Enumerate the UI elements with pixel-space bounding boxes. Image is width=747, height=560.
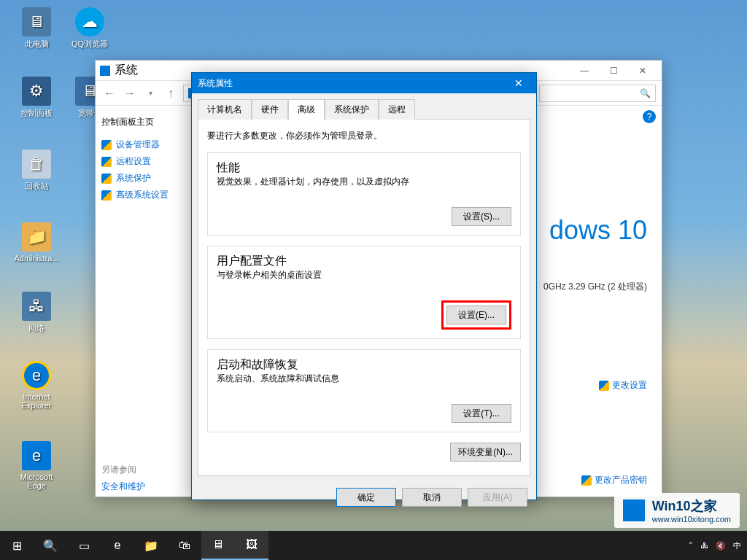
sidebar-link-advanced[interactable]: 高级系统设置: [101, 189, 185, 201]
shield-icon: [101, 190, 112, 201]
nav-up-button[interactable]: ↑: [163, 85, 179, 101]
desktop-icon-computer[interactable]: 🖥此电脑: [11, 7, 62, 50]
tab-hardware[interactable]: 硬件: [252, 99, 288, 120]
group-desc: 与登录帐户相关的桌面设置: [217, 269, 511, 281]
dialog-title: 系统属性: [198, 77, 233, 90]
desktop-icon-network[interactable]: 🖧网络: [11, 292, 62, 334]
icon-label: 网络: [28, 324, 44, 332]
tab-protection[interactable]: 系统保护: [325, 99, 379, 120]
taskbar-explorer[interactable]: 📁: [134, 531, 168, 560]
tab-remote[interactable]: 远程: [379, 99, 415, 120]
window-icon: [100, 66, 110, 76]
tab-advanced[interactable]: 高级: [288, 99, 325, 120]
icon-label: QQ浏览器: [71, 39, 108, 48]
startup-settings-button[interactable]: 设置(T)...: [452, 404, 511, 423]
shield-icon: [101, 157, 112, 167]
nav-back-button[interactable]: ←: [101, 85, 117, 101]
group-performance: 性能 视觉效果，处理器计划，内存使用，以及虚拟内存 设置(S)...: [207, 152, 521, 236]
user-icon: 📁: [22, 222, 51, 252]
sidebar-link-protection[interactable]: 系统保护: [101, 172, 185, 184]
shield-icon: [101, 140, 112, 150]
recycle-icon: 🗑: [22, 149, 51, 179]
qq-icon: ☁: [75, 7, 104, 36]
cpu-specs: 0GHz 3.29 GHz (2 处理器): [543, 281, 647, 293]
network-icon: 🖧: [22, 292, 51, 321]
tab-body: 要进行大多数更改，你必须作为管理员登录。 性能 视觉效果，处理器计划，内存使用，…: [198, 119, 530, 476]
desktop-icon-admin[interactable]: 📁Administra...: [11, 222, 62, 262]
taskbar: ⊞ 🔍 ▭ e 📁 🛍 🖥 🖼 ˄ 🖧 🔇 中: [0, 531, 747, 560]
desktop-icon-qq[interactable]: ☁QQ浏览器: [64, 7, 115, 50]
close-button[interactable]: ✕: [628, 62, 657, 79]
cancel-button[interactable]: 取消: [402, 488, 462, 507]
shield-icon: [581, 475, 592, 486]
change-product-key-link[interactable]: 更改产品密钥: [581, 474, 647, 486]
tray-input-icon[interactable]: 中: [733, 540, 741, 551]
sidebar-link-remote[interactable]: 远程设置: [101, 155, 185, 168]
sidebar-link-device-manager[interactable]: 设备管理器: [101, 139, 185, 151]
ie-icon: e: [22, 361, 51, 390]
system-sidebar: 控制面板主页 设备管理器 远程设置 系统保护 高级系统设置 另请参阅 安全和维护: [96, 106, 190, 497]
tray-up-icon[interactable]: ˄: [689, 541, 693, 551]
start-button[interactable]: ⊞: [0, 531, 34, 560]
tab-computer-name[interactable]: 计算机名: [198, 99, 252, 120]
system-tray: ˄ 🖧 🔇 中: [689, 540, 747, 551]
dialog-close-button[interactable]: ✕: [507, 76, 530, 90]
ok-button[interactable]: 确定: [336, 488, 396, 507]
panel-icon: ⚙: [22, 77, 51, 106]
watermark: Win10之家 www.win10xitong.com: [614, 493, 740, 528]
dialog-titlebar[interactable]: 系统属性 ✕: [192, 73, 536, 93]
edge-icon: e: [22, 441, 51, 470]
icon-label: 此电脑: [25, 39, 49, 48]
shield-icon: [101, 174, 112, 184]
see-also-header: 另请参阅: [101, 464, 185, 476]
dialog-footer: 确定 取消 应用(A): [192, 482, 536, 513]
apply-button[interactable]: 应用(A): [468, 488, 527, 507]
highlight-box: 设置(E)...: [441, 300, 511, 330]
icon-label: Microsoft Edge: [20, 472, 53, 490]
search-icon: 🔍: [640, 88, 651, 98]
admin-notice: 要进行大多数更改，你必须作为管理员登录。: [207, 130, 521, 142]
shield-icon: [599, 381, 609, 391]
change-settings-link[interactable]: 更改设置: [599, 379, 647, 392]
sidebar-header: 控制面板主页: [101, 116, 185, 128]
window-title: 系统: [115, 63, 138, 78]
nav-forward-button[interactable]: →: [122, 85, 138, 101]
group-desc: 视觉效果，处理器计划，内存使用，以及虚拟内存: [217, 176, 511, 188]
watermark-logo-icon: [623, 499, 645, 521]
taskbar-edge[interactable]: e: [101, 531, 134, 560]
taskbar-store[interactable]: 🛍: [168, 531, 201, 560]
system-properties-dialog: 系统属性 ✕ 计算机名 硬件 高级 系统保护 远程 要进行大多数更改，你必须作为…: [191, 72, 537, 500]
group-user-profiles: 用户配置文件 与登录帐户相关的桌面设置 设置(E)...: [207, 246, 521, 339]
maximize-button[interactable]: ☐: [599, 62, 628, 79]
group-startup-recovery: 启动和故障恢复 系统启动、系统故障和调试信息 设置(T)...: [207, 349, 521, 432]
nav-history-button[interactable]: ▾: [142, 85, 158, 101]
computer-icon: 🖥: [22, 7, 51, 36]
tab-strip: 计算机名 硬件 高级 系统保护 远程: [192, 93, 536, 120]
group-legend: 启动和故障恢复: [217, 358, 298, 370]
search-button[interactable]: 🔍: [34, 531, 67, 560]
group-legend: 性能: [217, 161, 240, 174]
icon-label: 控制面板: [20, 109, 53, 117]
see-also-link[interactable]: 安全和维护: [101, 481, 185, 493]
user-profiles-settings-button[interactable]: 设置(E)...: [446, 306, 506, 324]
taskbar-app-1[interactable]: 🖥: [201, 531, 235, 560]
group-legend: 用户配置文件: [217, 254, 287, 267]
performance-settings-button[interactable]: 设置(S)...: [452, 207, 511, 226]
tray-network-icon[interactable]: 🖧: [700, 541, 708, 550]
taskbar-app-2[interactable]: 🖼: [235, 531, 268, 560]
icon-label: Internet Explorer: [22, 392, 52, 410]
desktop-icon-panel[interactable]: ⚙控制面板: [11, 77, 62, 119]
desktop-icon-recycle[interactable]: 🗑回收站: [11, 149, 62, 192]
tray-volume-icon[interactable]: 🔇: [716, 541, 726, 551]
search-input[interactable]: 🔍: [539, 85, 656, 102]
icon-label: 回收站: [25, 182, 49, 190]
group-desc: 系统启动、系统故障和调试信息: [217, 373, 511, 385]
desktop-icon-ie[interactable]: eInternet Explorer: [11, 361, 62, 410]
desktop-icon-edge[interactable]: eMicrosoft Edge: [11, 441, 62, 490]
windows-10-logo: dows 10: [549, 215, 647, 246]
watermark-title: Win10之家: [652, 497, 731, 515]
environment-variables-button[interactable]: 环境变量(N)...: [450, 443, 521, 462]
minimize-button[interactable]: —: [570, 62, 599, 79]
task-view-button[interactable]: ▭: [67, 531, 101, 560]
icon-label: Administra...: [14, 254, 58, 262]
